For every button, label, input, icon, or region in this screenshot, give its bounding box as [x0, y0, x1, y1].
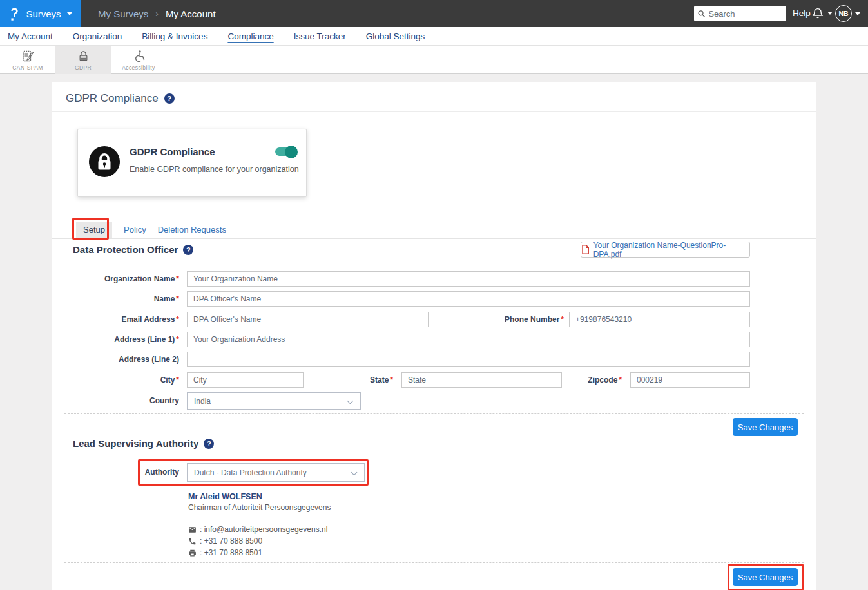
pdf-button-label: Your Organization Name-QuestionPro-DPA.p… — [593, 241, 749, 259]
breadcrumb-my-account: My Account — [166, 8, 216, 19]
org-name-label: Organization Name — [104, 274, 175, 283]
chevron-down-icon — [827, 12, 833, 15]
divider — [64, 562, 804, 563]
gdpr-enable-toggle[interactable] — [275, 148, 296, 156]
divider — [52, 238, 816, 239]
fax-icon — [188, 549, 197, 557]
name-label: Name — [154, 294, 175, 303]
email-label: Email Address — [121, 315, 175, 324]
notifications-button[interactable] — [811, 6, 833, 20]
email-input[interactable] — [187, 312, 429, 327]
chevron-down-icon — [351, 470, 358, 476]
chevron-down-icon — [67, 12, 72, 15]
state-label: State — [370, 376, 389, 385]
chevron-down-icon — [347, 398, 354, 404]
help-link[interactable]: Help — [793, 8, 811, 18]
org-name-input[interactable] — [187, 271, 750, 287]
authority-contact-fax: : +31 70 888 8501 — [200, 548, 262, 557]
chevron-down-icon — [855, 12, 860, 15]
breadcrumb-my-surveys[interactable]: My Surveys — [98, 8, 148, 19]
help-icon[interactable]: ? — [183, 245, 193, 255]
account-menu[interactable]: NB — [835, 5, 860, 22]
tab-gdpr[interactable]: GDPR — [55, 46, 111, 74]
tab-label: Accessibility — [122, 64, 155, 71]
authority-value: Dutch - Data Protection Authority — [194, 468, 307, 477]
nav-item-my-account[interactable]: My Account — [8, 32, 53, 41]
dpa-name-input[interactable] — [187, 291, 750, 307]
phone-label: Phone Number — [505, 315, 559, 324]
topbar: Surveys My Surveys › My Account Help N — [0, 0, 868, 27]
tab-deletion-requests[interactable]: Deletion Requests — [158, 225, 226, 234]
country-label: Country — [149, 396, 179, 405]
card-subtitle: Enable GDPR compliance for your organiza… — [130, 165, 299, 174]
toggle-knob — [285, 146, 298, 158]
tab-accessibility[interactable]: Accessibility — [111, 46, 166, 74]
breadcrumb: My Surveys › My Account — [98, 0, 216, 27]
nav-item-organization[interactable]: Organization — [73, 32, 122, 41]
dpo-save-changes-button[interactable]: Save Changes — [733, 418, 798, 436]
nav-item-billing-invoices[interactable]: Billing & Invoices — [142, 32, 207, 41]
screen: Surveys My Surveys › My Account Help N — [0, 0, 868, 590]
product-switcher[interactable]: Surveys — [0, 0, 81, 27]
state-input[interactable] — [401, 372, 562, 388]
authority-contact-phone: : +31 70 888 8500 — [200, 537, 262, 546]
gdpr-toggle-card: GDPR Compliance Enable GDPR compliance f… — [77, 129, 307, 197]
gdpr-compliance-panel: GDPR Compliance ? GDPR Compliance Enable… — [52, 82, 816, 590]
mail-icon — [188, 526, 197, 534]
authority-contact-email: : info@autoriteitpersoonsgegevens.nl — [200, 525, 327, 534]
lsa-section-title: Lead Supervising Authority — [73, 438, 198, 449]
help-icon[interactable]: ? — [204, 439, 214, 449]
brand-label: Surveys — [26, 8, 61, 19]
help-icon[interactable]: ? — [164, 93, 175, 104]
search-icon — [698, 10, 705, 18]
search-box[interactable] — [694, 6, 786, 21]
compliance-tabs: CAN-SPAM GDPR Accessibility — [0, 46, 868, 74]
lsa-save-changes-button[interactable]: Save Changes — [733, 568, 798, 586]
nav-item-issue-tracker[interactable]: Issue Tracker — [294, 32, 346, 41]
bell-icon — [811, 6, 824, 20]
setup-tabs: Setup Policy Deletion Requests — [76, 222, 226, 238]
zipcode-input[interactable] — [630, 372, 750, 388]
pdf-file-icon — [581, 245, 590, 254]
authority-contact-role: Chairman of Autoriteit Persoonsgegevens — [188, 503, 331, 512]
tab-label: GDPR — [75, 64, 92, 71]
address2-label: Address (Line 2) — [119, 355, 179, 364]
divider — [64, 413, 804, 414]
authority-select[interactable]: Dutch - Data Protection Authority — [187, 463, 365, 482]
city-label: City — [160, 376, 175, 385]
lock-badge-icon — [89, 146, 120, 177]
dpa-pdf-button[interactable]: Your Organization Name-QuestionPro-DPA.p… — [581, 242, 750, 258]
questionpro-logo-icon — [9, 5, 20, 23]
avatar: NB — [835, 5, 852, 22]
search-input[interactable] — [708, 9, 782, 19]
breadcrumb-separator: › — [155, 8, 159, 19]
tab-setup[interactable]: Setup — [76, 222, 112, 238]
authority-label: Authority — [145, 468, 179, 477]
dpo-section-title: Data Protection Officer — [73, 244, 178, 255]
memo-pencil-icon — [21, 50, 34, 62]
wheelchair-icon — [132, 50, 146, 62]
country-value: India — [194, 397, 211, 406]
account-nav: My Account Organization Billing & Invoic… — [0, 27, 868, 46]
authority-contact-name: Mr Aleid WOLFSEN — [188, 492, 331, 501]
address2-input[interactable] — [187, 352, 750, 367]
city-input[interactable] — [187, 372, 304, 388]
padlock-icon — [77, 50, 90, 62]
phone-input[interactable] — [569, 312, 750, 327]
tab-label: CAN-SPAM — [12, 64, 43, 71]
nav-item-compliance[interactable]: Compliance — [227, 32, 273, 41]
nav-item-global-settings[interactable]: Global Settings — [366, 32, 425, 41]
card-title: GDPR Compliance — [130, 146, 215, 157]
tab-can-spam[interactable]: CAN-SPAM — [0, 46, 55, 74]
tab-policy[interactable]: Policy — [124, 225, 146, 234]
page-title: GDPR Compliance — [66, 92, 159, 105]
phone-icon — [188, 537, 197, 546]
address1-label: Address (Line 1) — [114, 335, 175, 344]
divider — [52, 111, 816, 112]
country-select[interactable]: India — [187, 392, 361, 410]
authority-contact-card: Mr Aleid WOLFSEN Chairman of Autoriteit … — [188, 492, 331, 557]
address1-input[interactable] — [187, 332, 750, 347]
zipcode-label: Zipcode — [588, 376, 617, 385]
